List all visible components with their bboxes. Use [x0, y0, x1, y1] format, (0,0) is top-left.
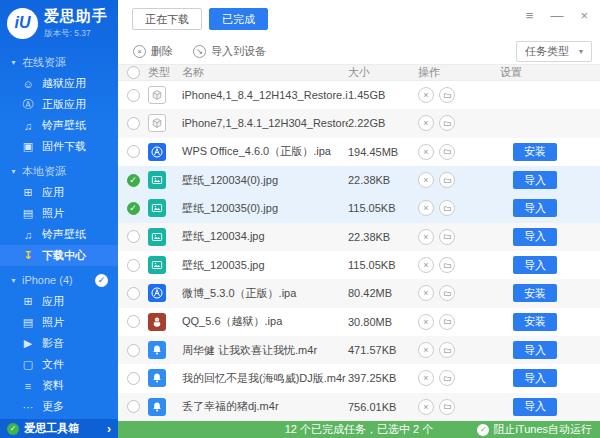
import-button[interactable]: 导入: [513, 228, 557, 246]
install-button[interactable]: 安装: [513, 313, 557, 331]
open-folder-button[interactable]: [439, 314, 455, 330]
qq-file-icon: [148, 313, 166, 331]
import-button[interactable]: 导入: [513, 199, 557, 217]
sidebar-item-device-photos[interactable]: ▤照片: [0, 312, 118, 333]
import-to-device-button[interactable]: ↘ 导入到设备: [193, 44, 266, 59]
delete-button[interactable]: × 删除: [133, 44, 173, 59]
open-folder-button[interactable]: [439, 257, 455, 273]
import-button[interactable]: 导入: [513, 171, 557, 189]
row-checkbox[interactable]: [127, 259, 140, 272]
remove-task-button[interactable]: ×: [418, 399, 434, 415]
sidebar-item-ringtone-wallpaper[interactable]: ♫铃声壁纸: [0, 115, 118, 136]
delete-label: 删除: [151, 44, 173, 59]
open-folder-button[interactable]: [439, 87, 455, 103]
row-checkbox[interactable]: [127, 400, 140, 413]
remove-task-button[interactable]: ×: [418, 172, 434, 188]
ringtone-file-icon: [148, 341, 166, 359]
row-checkbox[interactable]: [127, 372, 140, 385]
block-itunes-toggle[interactable]: ✓ 阻止iTunes自动运行: [477, 421, 592, 438]
sidebar-item-device-apps[interactable]: ⊞应用: [0, 291, 118, 312]
sidebar-item-device-data[interactable]: ≡资料: [0, 375, 118, 396]
sidebar-item-label: 正版应用: [42, 97, 86, 112]
remove-task-button[interactable]: ×: [418, 115, 434, 131]
open-folder-button[interactable]: [439, 115, 455, 131]
open-folder-button[interactable]: [439, 285, 455, 301]
file-name: 壁纸_120034(0).jpg: [182, 173, 348, 188]
toolbox-button[interactable]: ✓ 爱思工具箱 ›: [0, 419, 118, 438]
row-checkbox[interactable]: [127, 287, 140, 300]
file-name: 壁纸_120035(0).jpg: [182, 201, 348, 216]
import-button[interactable]: 导入: [513, 398, 557, 416]
row-checkbox[interactable]: ✓: [127, 202, 140, 215]
minimize-icon[interactable]: —: [550, 9, 563, 23]
file-size: 756.01KB: [348, 401, 418, 413]
remove-task-button[interactable]: ×: [418, 342, 434, 358]
row-checkbox[interactable]: [127, 344, 140, 357]
remove-task-button[interactable]: ×: [418, 144, 434, 160]
file-size: 471.57KB: [348, 344, 418, 356]
sidebar-item-local-ringtone-wallpaper[interactable]: ♫铃声壁纸: [0, 224, 118, 245]
row-checkbox[interactable]: ✓: [127, 174, 140, 187]
open-folder-button[interactable]: [439, 370, 455, 386]
sidebar-item-jailbreak-apps[interactable]: ☺越狱应用: [0, 73, 118, 94]
open-folder-button[interactable]: [439, 399, 455, 415]
open-folder-button[interactable]: [439, 229, 455, 245]
file-size: 2.22GB: [348, 117, 418, 129]
jailbreak-apps-icon: ☺: [21, 78, 35, 90]
sidebar-item-device-files[interactable]: ▢文件: [0, 354, 118, 375]
download-center-icon: ↧: [21, 249, 35, 262]
file-size: 30.80MB: [348, 316, 418, 328]
remove-task-button[interactable]: ×: [418, 229, 434, 245]
remove-task-button[interactable]: ×: [418, 257, 434, 273]
remove-task-button[interactable]: ×: [418, 285, 434, 301]
sidebar-item-download-center[interactable]: ↧下载中心: [0, 245, 118, 266]
caret-down-icon: ▼: [10, 277, 17, 284]
chevron-down-icon: ▾: [579, 47, 583, 56]
row-checkbox[interactable]: [127, 145, 140, 158]
remove-task-button[interactable]: ×: [418, 314, 434, 330]
sidebar-item-label: 固件下载: [42, 139, 86, 154]
app-version: 版本号: 5.37: [44, 28, 108, 40]
install-button[interactable]: 安装: [513, 284, 557, 302]
select-all-checkbox[interactable]: [127, 66, 140, 79]
device-more-icon: ···: [21, 401, 35, 413]
open-folder-button[interactable]: [439, 172, 455, 188]
tab-completed[interactable]: 已完成: [209, 8, 268, 30]
task-type-label: 任务类型: [525, 44, 569, 59]
close-icon[interactable]: ×: [580, 9, 588, 23]
open-folder-button[interactable]: [439, 342, 455, 358]
remove-task-button[interactable]: ×: [418, 200, 434, 216]
remove-task-button[interactable]: ×: [418, 370, 434, 386]
import-button[interactable]: 导入: [513, 341, 557, 359]
row-checkbox[interactable]: [127, 89, 140, 102]
sidebar-item-label: 更多: [42, 399, 64, 414]
sidebar-item-appstore-apps[interactable]: Ⓐ正版应用: [0, 94, 118, 115]
menu-icon[interactable]: ≡: [526, 9, 534, 23]
sidebar-item-local-apps[interactable]: ⊞应用: [0, 182, 118, 203]
open-folder-button[interactable]: [439, 200, 455, 216]
sidebar-item-device-more[interactable]: ···更多: [0, 396, 118, 417]
remove-task-button[interactable]: ×: [418, 87, 434, 103]
sidebar-section-0[interactable]: ▼在线资源: [0, 51, 118, 73]
row-checkbox[interactable]: [127, 230, 140, 243]
file-size: 115.05KB: [348, 259, 418, 271]
sidebar-item-label: 资料: [42, 378, 64, 393]
file-size: 194.45MB: [348, 146, 418, 158]
tab-downloading[interactable]: 正在下载: [132, 8, 202, 30]
row-checkbox[interactable]: [127, 315, 140, 328]
import-button[interactable]: 导入: [513, 256, 557, 274]
delete-icon: ×: [133, 45, 146, 58]
install-button[interactable]: 安装: [513, 143, 557, 161]
sidebar-item-label: 下载中心: [42, 248, 86, 263]
sidebar-item-device-media[interactable]: ▶影音: [0, 333, 118, 354]
sidebar-section-2[interactable]: ▼iPhone (4)✓: [0, 269, 118, 291]
task-type-dropdown[interactable]: 任务类型 ▾: [516, 41, 592, 62]
sidebar-item-local-photos[interactable]: ▤照片: [0, 203, 118, 224]
open-folder-button[interactable]: [439, 144, 455, 160]
row-checkbox[interactable]: [127, 117, 140, 130]
sidebar-section-1[interactable]: ▼本地资源: [0, 160, 118, 182]
appstore-apps-icon: Ⓐ: [21, 97, 35, 112]
import-button[interactable]: 导入: [513, 369, 557, 387]
sidebar-item-firmware-download[interactable]: ▣固件下载: [0, 136, 118, 157]
file-size: 1.45GB: [348, 89, 418, 101]
